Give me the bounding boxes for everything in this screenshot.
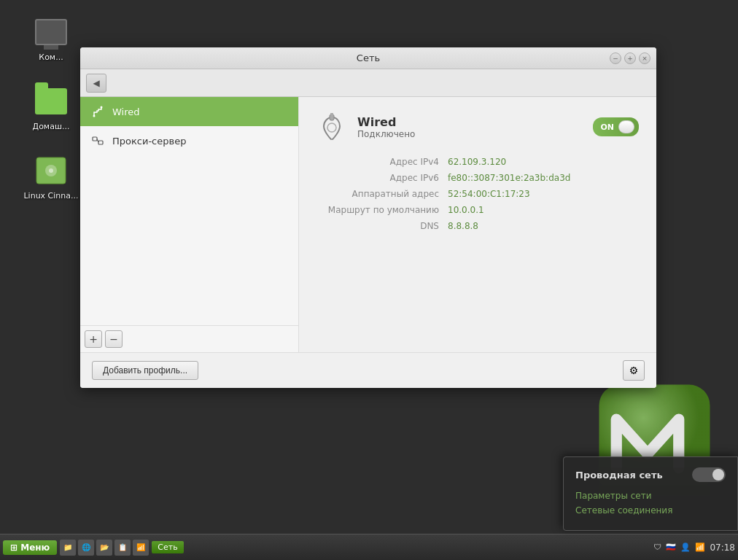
- popup-link-network-connections[interactable]: Сетевые соединения: [575, 505, 726, 516]
- detail-value-gateway: 10.0.0.1: [448, 205, 484, 215]
- desktop: Ком... Домаш... Linux Cinna...: [0, 0, 738, 560]
- detail-row-gateway: Маршрут по умолчанию 10.0.0.1: [316, 205, 639, 215]
- taskbar-right: 🛡 🇷🇺 👤 📶 07:18: [653, 542, 735, 553]
- remove-button[interactable]: −: [105, 330, 123, 348]
- taskbar-security-icon: 🛡: [653, 542, 661, 552]
- detail-row-hw: Аппаратный адрес 52:54:00:C1:17:23: [316, 189, 639, 199]
- taskbar-icon-network-signal[interactable]: 📶: [133, 540, 149, 556]
- taskbar-icon-browser[interactable]: 🌐: [78, 540, 94, 556]
- svg-rect-9: [98, 141, 103, 144]
- toggle-on-label: ON: [600, 122, 614, 132]
- minimize-button[interactable]: −: [610, 52, 621, 64]
- add-profile-button[interactable]: Добавить профиль...: [92, 361, 198, 380]
- network-details: Адрес IPv4 62.109.3.120 Адрес IPv6 fe80:…: [316, 157, 639, 231]
- taskbar-icon-files[interactable]: 📁: [60, 540, 76, 556]
- detail-label-ipv6: Адрес IPv6: [316, 173, 448, 183]
- sidebar-item-proxy-label: Прокси-сервер: [112, 136, 186, 147]
- add-button[interactable]: +: [85, 330, 102, 348]
- taskbar-network-icon: 📶: [695, 542, 705, 552]
- window-toolbar: ◀: [80, 69, 656, 97]
- detail-label-dns: DNS: [316, 221, 448, 231]
- popup-wired-toggle[interactable]: [692, 467, 726, 482]
- back-button[interactable]: ◀: [86, 74, 106, 93]
- taskbar-clock: 07:18: [710, 542, 735, 553]
- taskbar-active-app[interactable]: Сеть: [152, 541, 183, 553]
- detail-row-dns: DNS 8.8.8.8: [316, 221, 639, 231]
- connection-status: Подключено: [357, 129, 583, 139]
- detail-value-ipv6: fe80::3087:301e:2a3b:da3d: [448, 173, 570, 183]
- network-window: Сеть − + × ◀: [80, 47, 656, 388]
- window-controls: − + ×: [610, 52, 650, 64]
- svg-rect-8: [93, 137, 97, 141]
- cd-icon: [35, 156, 67, 185]
- connection-name: Wired: [357, 115, 583, 129]
- sidebar-item-proxy[interactable]: Прокси-сервер: [80, 126, 298, 155]
- desktop-icon-computer-label: Ком...: [39, 52, 63, 62]
- folder-icon: [35, 88, 67, 114]
- desktop-icon-home-label: Домаш...: [33, 122, 70, 131]
- taskbar-user-icon: 👤: [680, 542, 691, 552]
- desktop-icon-home[interactable]: Домаш...: [22, 84, 80, 131]
- taskbar-flag-icon: 🇷🇺: [666, 542, 676, 552]
- toggle-on-button[interactable]: ON: [593, 117, 639, 136]
- window-titlebar: Сеть − + ×: [80, 47, 656, 69]
- sidebar-item-wired[interactable]: Wired: [80, 97, 298, 126]
- detail-value-hw: 52:54:00:C1:17:23: [448, 189, 530, 199]
- proxy-icon: [90, 133, 105, 148]
- detail-value-ipv4: 62.109.3.120: [448, 157, 506, 167]
- taskbar: ⊞ Меню 📁 🌐 📂 📋 📶 Сеть 🛡 🇷🇺 👤 📶 07:18: [0, 534, 738, 560]
- close-button[interactable]: ×: [639, 52, 650, 64]
- detail-row-ipv4: Адрес IPv4 62.109.3.120: [316, 157, 639, 167]
- detail-label-ipv4: Адрес IPv4: [316, 157, 448, 167]
- detail-row-ipv6: Адрес IPv6 fe80::3087:301e:2a3b:da3d: [316, 173, 639, 183]
- connection-info: Wired Подключено: [357, 115, 583, 139]
- taskbar-icons: 📁 🌐 📂 📋 📶: [60, 540, 149, 556]
- window-title: Сеть: [357, 52, 380, 63]
- taskbar-icon-terminal[interactable]: 📋: [114, 540, 131, 556]
- desktop-icon-linuxmint-label: Linux Cinna...: [23, 191, 78, 201]
- desktop-icon-linuxmint[interactable]: Linux Cinna...: [22, 153, 80, 201]
- connection-header: Wired Подключено ON: [316, 112, 639, 142]
- popup-link-network-settings[interactable]: Параметры сети: [575, 491, 726, 501]
- sidebar: Wired Прокси-сервер + −: [80, 97, 299, 352]
- sidebar-bottom: + −: [80, 325, 298, 352]
- sidebar-item-wired-label: Wired: [112, 106, 140, 117]
- detail-label-gateway: Маршрут по умолчанию: [316, 205, 448, 215]
- detail-value-dns: 8.8.8.8: [448, 221, 478, 231]
- desktop-icon-computer[interactable]: Ком...: [22, 15, 80, 62]
- maximize-button[interactable]: +: [624, 52, 636, 64]
- svg-rect-13: [332, 113, 333, 116]
- wired-icon: [90, 104, 105, 119]
- connection-icon: [316, 112, 347, 142]
- detail-label-hw: Аппаратный адрес: [316, 189, 448, 199]
- svg-point-7: [93, 115, 96, 117]
- settings-button[interactable]: ⚙: [623, 360, 645, 381]
- back-icon: ◀: [93, 78, 99, 88]
- popup-wired-row: Проводная сеть: [575, 467, 726, 482]
- taskbar-menu-button[interactable]: ⊞ Меню: [3, 540, 57, 555]
- svg-point-6: [101, 106, 103, 109]
- window-footer: Добавить профиль... ⚙: [80, 352, 656, 388]
- taskbar-icon-folder[interactable]: 📂: [96, 540, 112, 556]
- svg-point-14: [327, 123, 336, 132]
- svg-point-2: [49, 168, 53, 173]
- settings-icon: ⚙: [629, 365, 639, 376]
- toggle-knob: [618, 120, 634, 133]
- popup-toggle-knob: [712, 469, 724, 481]
- svg-rect-12: [330, 113, 332, 116]
- content-area: Wired Подключено ON Адрес IPv4 62.109.3.…: [299, 97, 656, 352]
- popup-wired-label: Проводная сеть: [575, 470, 663, 481]
- window-body: Wired Прокси-сервер + −: [80, 97, 656, 352]
- desktop-icons: Ком... Домаш... Linux Cinna...: [22, 15, 80, 201]
- popup-panel: Проводная сеть Параметры сети Сетевые со…: [563, 456, 738, 531]
- monitor-icon: [35, 19, 67, 45]
